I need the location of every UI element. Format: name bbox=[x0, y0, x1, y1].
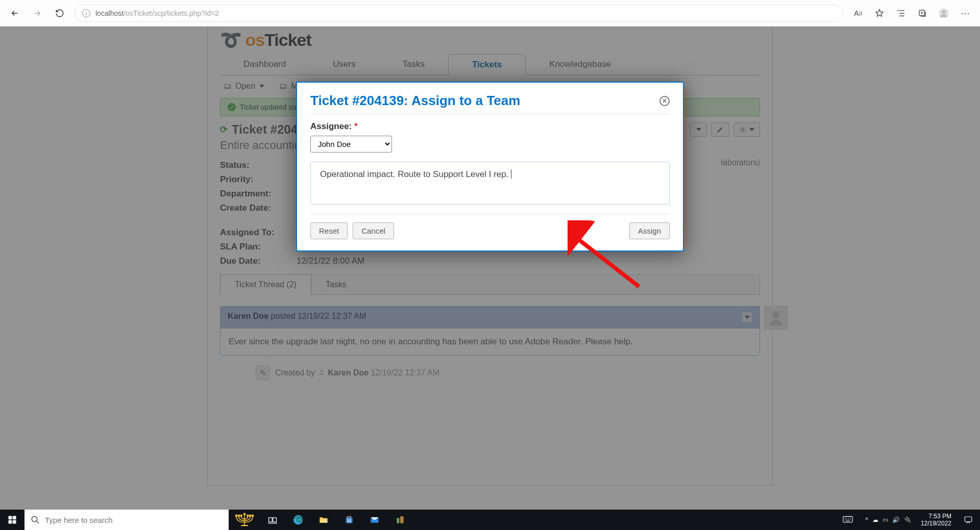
favorites-list-icon[interactable] bbox=[893, 6, 909, 21]
forward-button[interactable] bbox=[30, 6, 45, 21]
url-path: /osTicket/scp/tickets.php?id=2 bbox=[124, 9, 219, 17]
collections-icon[interactable] bbox=[915, 6, 930, 21]
favorite-icon[interactable] bbox=[872, 6, 887, 21]
svg-point-2 bbox=[942, 10, 945, 13]
back-button[interactable] bbox=[7, 6, 22, 21]
menu-icon[interactable]: ⋯ bbox=[958, 6, 973, 21]
modal-title: Ticket #204139: Assign to a Team bbox=[310, 93, 520, 109]
close-icon[interactable]: ✕ bbox=[659, 96, 670, 106]
profile-icon[interactable] bbox=[936, 6, 951, 21]
reset-button[interactable]: Reset bbox=[310, 222, 348, 239]
site-info-icon[interactable]: i bbox=[82, 9, 90, 17]
read-aloud-icon[interactable]: A)) bbox=[850, 6, 866, 21]
address-bar[interactable]: i localhost/osTicket/scp/tickets.php?id=… bbox=[75, 5, 843, 22]
reload-button[interactable] bbox=[52, 6, 67, 21]
cancel-button[interactable]: Cancel bbox=[353, 222, 394, 239]
assign-modal: Ticket #204139: Assign to a Team ✕ Assig… bbox=[296, 82, 684, 251]
assignee-select[interactable]: John Doe bbox=[310, 136, 392, 153]
url-host: localhost bbox=[95, 9, 124, 17]
browser-toolbar: i localhost/osTicket/scp/tickets.php?id=… bbox=[0, 0, 980, 27]
text-cursor bbox=[511, 169, 511, 179]
assignee-label: Assignee: bbox=[310, 121, 352, 131]
required-marker: * bbox=[354, 121, 358, 131]
assignment-note-input[interactable]: Operational impact. Route to Support Lev… bbox=[310, 162, 670, 205]
assign-button[interactable]: Assign bbox=[629, 222, 670, 239]
